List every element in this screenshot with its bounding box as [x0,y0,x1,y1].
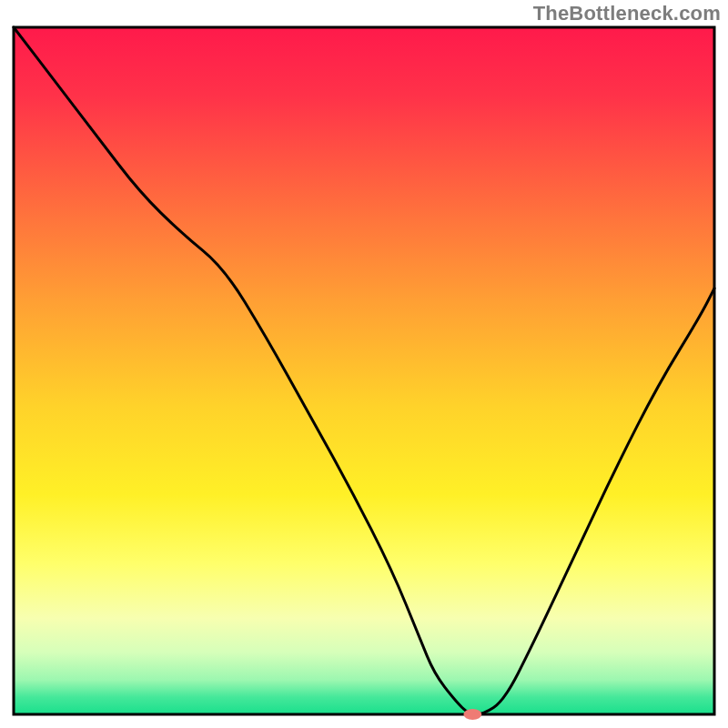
watermark-text: TheBottleneck.com [533,2,721,25]
chart-frame: TheBottleneck.com [0,0,728,728]
plot-background [14,27,714,714]
bottleneck-chart [0,0,728,728]
optimal-point-marker [463,709,481,720]
